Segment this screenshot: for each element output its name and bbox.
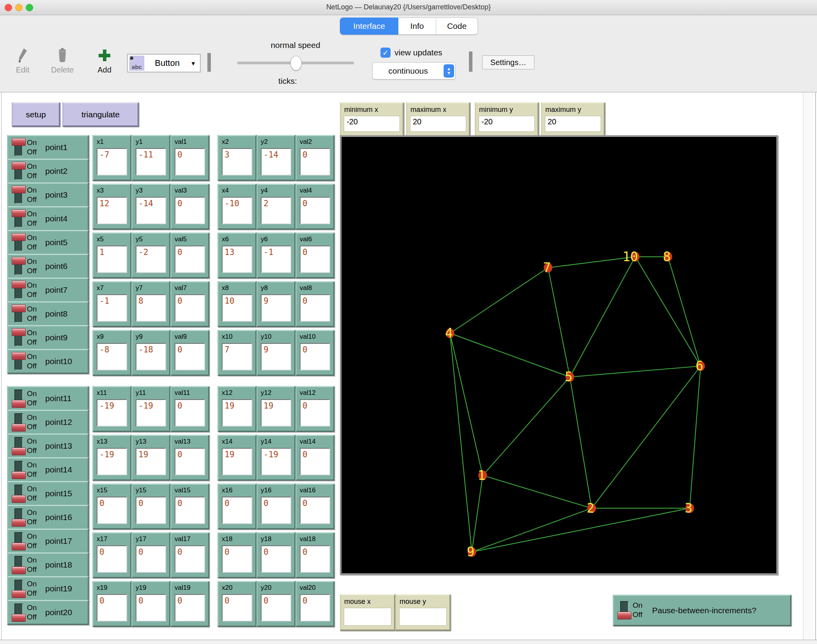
input-y13[interactable]: y1319 [131,435,170,481]
input-y7[interactable]: y78 [131,281,170,327]
setup-button[interactable]: setup [12,102,60,127]
input-value[interactable]: -1 [97,294,127,322]
input-x11[interactable]: x11-19 [92,386,131,432]
switch-track[interactable] [14,485,23,502]
input-value[interactable]: 0 [261,594,291,621]
input-value[interactable]: 0 [300,594,330,621]
input-value[interactable]: 0 [175,197,205,224]
input-value[interactable]: -19 [97,399,127,426]
switch-point6[interactable]: OnOffpoint6 [7,254,89,279]
input-value[interactable]: 0 [300,497,330,524]
input-value[interactable]: 0 [175,148,205,175]
switch-point5[interactable]: OnOffpoint5 [7,230,89,255]
switch-point11[interactable]: OnOffpoint11 [7,386,89,411]
switch-knob[interactable] [12,162,26,170]
switch-knob[interactable] [12,257,26,265]
input-val11[interactable]: val110 [170,386,209,432]
input-value[interactable]: 0 [175,594,205,621]
view-updates-checkbox[interactable]: ✓ [380,48,391,58]
input-y11[interactable]: y11-19 [131,386,170,432]
input-x1[interactable]: x1-7 [92,135,131,181]
switch-point12[interactable]: OnOffpoint12 [7,410,89,435]
tab-code[interactable]: Code [436,18,478,35]
input-x3[interactable]: x312 [92,184,131,230]
input-x7[interactable]: x7-1 [92,281,131,327]
input-value[interactable]: 19 [261,399,291,426]
input-x12[interactable]: x1219 [218,386,256,432]
input-x10[interactable]: x107 [218,330,256,376]
input-value[interactable]: 0 [300,246,330,273]
switch-point1[interactable]: OnOffpoint1 [7,135,89,160]
input-value[interactable]: 0 [300,197,330,224]
input-value[interactable]: 19 [136,448,166,475]
switch-track[interactable] [14,329,23,347]
input-val19[interactable]: val190 [170,581,209,627]
input-value[interactable]: -1 [261,246,291,273]
switch-knob[interactable] [12,471,26,479]
input-value[interactable]: 2 [261,197,291,224]
input-val16[interactable]: val160 [295,483,334,529]
input-value[interactable]: -19 [261,448,291,475]
switch-point3[interactable]: OnOffpoint3 [7,182,89,207]
input-value[interactable]: 0 [97,497,127,524]
switch-knob[interactable] [12,186,26,193]
switch-knob[interactable] [12,281,26,288]
input-x13[interactable]: x13-19 [92,435,131,481]
input-value[interactable]: 19 [222,448,252,475]
input-val10[interactable]: val100 [295,330,334,376]
switch-track[interactable] [14,305,23,323]
switch-knob[interactable] [12,495,26,503]
input-value[interactable]: -7 [97,148,127,175]
input-value[interactable]: 0 [175,294,205,322]
input-x8[interactable]: x810 [218,281,256,327]
switch-point20[interactable]: OnOffpoint20 [7,600,89,625]
input-value[interactable]: 0 [97,594,127,621]
input-value[interactable]: -19 [136,399,166,426]
delete-tool[interactable]: Delete [47,46,78,74]
triangulate-button[interactable]: triangulate [62,102,139,127]
horizontal-scrollbar[interactable] [0,640,817,644]
switch-knob[interactable] [12,566,26,574]
switch-track[interactable] [14,508,23,526]
input-x15[interactable]: x150 [92,483,131,529]
input-value[interactable]: 19 [222,399,252,426]
switch-knob[interactable] [12,614,26,622]
input-value[interactable]: 0 [97,545,127,573]
input-x4[interactable]: x4-10 [218,184,256,230]
settings-button[interactable]: Settings… [482,55,534,69]
input-y6[interactable]: y6-1 [256,232,295,278]
switch-point2[interactable]: OnOffpoint2 [7,159,89,184]
input-x17[interactable]: x170 [92,532,131,578]
input-value[interactable]: 0 [136,594,166,621]
input-value[interactable]: 0 [300,148,330,175]
switch-track[interactable] [14,413,23,431]
input-y8[interactable]: y89 [256,281,295,327]
tab-info[interactable]: Info [398,18,436,35]
switch-knob[interactable] [12,448,26,455]
switch-point7[interactable]: OnOffpoint7 [7,278,89,303]
input-value[interactable]: 0 [175,399,205,426]
switch-Pause-between-increments?[interactable]: OnOffPause-between-increments? [613,594,791,626]
input-x2[interactable]: x23 [218,135,256,181]
input-y10[interactable]: y109 [256,330,295,376]
input-val1[interactable]: val10 [170,135,209,181]
input-value[interactable]: 0 [261,497,291,524]
input-y18[interactable]: y180 [256,532,295,578]
speed-slider-thumb[interactable] [290,56,302,71]
input-value[interactable]: 0 [136,545,166,573]
world-view-canvas[interactable]: 12345678910 [340,135,778,575]
switch-knob[interactable] [12,209,26,217]
switch-knob[interactable] [12,590,26,598]
switch-point4[interactable]: OnOffpoint4 [7,206,89,231]
switch-point8[interactable]: OnOffpoint8 [7,301,89,326]
switch-knob[interactable] [12,424,26,432]
input-val14[interactable]: val140 [295,435,334,481]
update-mode-dropdown[interactable]: continuous ▲▼ [372,62,456,80]
input-val7[interactable]: val70 [170,281,209,327]
input-value[interactable]: -8 [97,343,127,370]
switch-track[interactable] [14,257,23,275]
input-value[interactable]: 0 [175,343,205,370]
switch-track[interactable] [620,601,629,619]
input-value[interactable]: 0 [175,545,205,573]
input-y15[interactable]: y150 [131,483,170,529]
